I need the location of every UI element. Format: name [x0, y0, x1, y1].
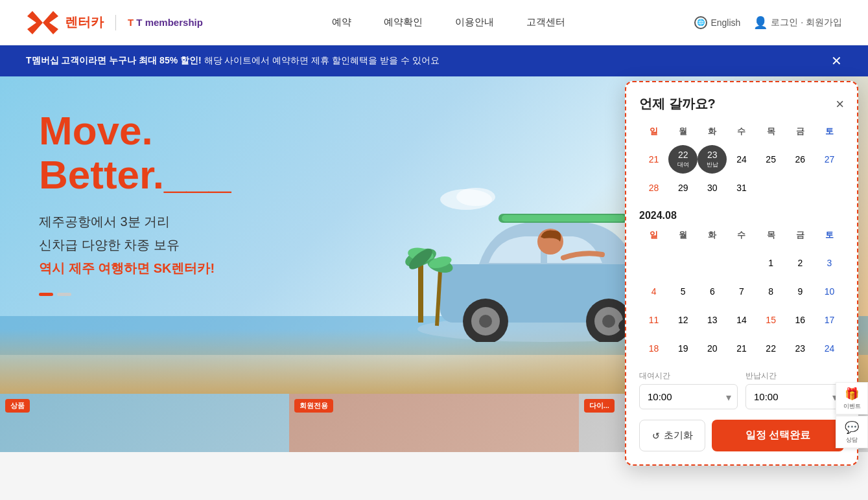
aug-cell-24[interactable]: 24	[815, 334, 844, 363]
language-button[interactable]: 🌐 English	[694, 16, 740, 29]
aug-cell-11[interactable]: 11	[639, 306, 668, 334]
rental-time-select[interactable]: 08:00 09:00 10:00 11:00 12:00	[639, 384, 738, 409]
month-label: 2024.08	[639, 210, 844, 222]
cal-cell-empty-2	[786, 174, 815, 202]
main-nav: 예약 예약확인 이용안내 고객센터	[332, 16, 565, 28]
hero-sub2: 신차급 다양한 차종 보유	[39, 233, 231, 256]
aug-cell-3[interactable]: 3	[815, 249, 844, 277]
modal-header: 언제 갈까요? ×	[639, 95, 844, 113]
cal-cell-25[interactable]: 25	[757, 145, 786, 174]
return-time-select[interactable]: 08:00 09:00 10:00 11:00 12:00	[745, 384, 844, 409]
hero-title-line1: Move.	[39, 109, 231, 153]
aug-cell-17[interactable]: 17	[815, 306, 844, 334]
day-header-sat: 토	[815, 123, 844, 140]
rental-time-label: 대여시간	[639, 370, 738, 381]
banner-highlight: T멤버십 고객이라면 누구나 최대 85% 할인!	[26, 55, 202, 65]
hero-sub3: 역시 제주 여행하면 SK렌터카!	[39, 256, 231, 280]
aug-day-mon: 월	[668, 227, 698, 244]
svg-rect-11	[502, 215, 625, 222]
aug-cell-12[interactable]: 12	[668, 306, 698, 334]
cal-cell-30[interactable]: 30	[698, 174, 727, 202]
confirm-button[interactable]: 일정 선택완료	[712, 420, 844, 451]
aug-cell-4[interactable]: 4	[639, 277, 668, 306]
return-time-wrapper: 08:00 09:00 10:00 11:00 12:00	[745, 384, 844, 409]
aug-cell-10[interactable]: 10	[815, 277, 844, 306]
nav-support[interactable]: 고객센터	[526, 16, 565, 28]
aug-cell-13[interactable]: 13	[698, 306, 727, 334]
aug-empty-1	[639, 249, 668, 277]
hero-subtitle: 제주공항에서 3분 거리 신차급 다양한 차종 보유 역시 제주 여행하면 SK…	[39, 210, 231, 280]
aug-day-wed: 수	[727, 227, 756, 244]
aug-cell-9[interactable]: 9	[786, 277, 815, 306]
aug-cell-2[interactable]: 2	[786, 249, 815, 277]
card-1[interactable]: 상품	[0, 394, 289, 452]
aug-cell-23[interactable]: 23	[786, 334, 815, 363]
aug-cell-15[interactable]: 15	[757, 306, 786, 334]
aug-cell-22[interactable]: 22	[757, 334, 786, 363]
promotion-banner: T멤버십 고객이라면 누구나 최대 85% 할인! 해당 사이트에서 예약하면 …	[0, 45, 868, 76]
date-picker-modal: 언제 갈까요? × 일 월 화 수 목 금 토 21 22대여 23반납 24 …	[625, 81, 858, 466]
event-sidebar-button[interactable]: 🎁 이벤트	[836, 382, 868, 415]
consult-sidebar-button[interactable]: 💬 상담	[836, 416, 868, 448]
aug-cell-20[interactable]: 20	[698, 334, 727, 363]
event-label: 이벤트	[843, 402, 861, 411]
reset-icon: ↺	[652, 431, 660, 441]
aug-empty-4	[727, 249, 756, 277]
cal-cell-29[interactable]: 29	[668, 174, 698, 202]
aug-cell-5[interactable]: 5	[668, 277, 698, 306]
hero-title: Move. Better.___	[39, 109, 231, 197]
hero-carousel-dots	[39, 293, 231, 296]
reset-label: 초기화	[664, 429, 693, 442]
aug-cell-18[interactable]: 18	[639, 334, 668, 363]
header-right: 🌐 English 👤 로그인 · 회원가입	[694, 16, 842, 30]
aug-cell-16[interactable]: 16	[786, 306, 815, 334]
dot-2[interactable]	[57, 293, 71, 296]
modal-close-button[interactable]: ×	[836, 96, 844, 113]
sidebar-right: 🎁 이벤트 💬 상담	[836, 382, 868, 448]
nav-guide[interactable]: 이용안내	[455, 16, 494, 28]
cal-cell-28[interactable]: 28	[639, 174, 668, 202]
logo: 렌터카 T T membership	[26, 6, 203, 40]
aug-cell-1[interactable]: 1	[757, 249, 786, 277]
cal-cell-31[interactable]: 31	[727, 174, 756, 202]
aug-cell-7[interactable]: 7	[727, 277, 756, 306]
login-button[interactable]: 👤 로그인 · 회원가입	[753, 16, 842, 30]
login-label: 로그인 · 회원가입	[771, 17, 842, 28]
card-badge-2: 회원전용	[294, 399, 333, 413]
aug-cell-8[interactable]: 8	[757, 277, 786, 306]
aug-cell-14[interactable]: 14	[727, 306, 756, 334]
card-2[interactable]: 회원전용	[289, 394, 578, 452]
time-section: 대여시간 08:00 09:00 10:00 11:00 12:00 반납시간 …	[639, 370, 844, 409]
nav-check[interactable]: 예약확인	[384, 16, 423, 28]
banner-text: T멤버십 고객이라면 누구나 최대 85% 할인! 해당 사이트에서 예약하면 …	[26, 55, 440, 67]
aug-day-fri: 금	[786, 227, 815, 244]
language-label: English	[710, 17, 740, 28]
aug-cell-19[interactable]: 19	[668, 334, 698, 363]
sk-logo-icon	[26, 6, 60, 40]
hero-sub1: 제주공항에서 3분 거리	[39, 210, 231, 233]
reset-button[interactable]: ↺ 초기화	[639, 420, 705, 451]
aug-cell-6[interactable]: 6	[698, 277, 727, 306]
rental-time-wrapper: 08:00 09:00 10:00 11:00 12:00	[639, 384, 738, 409]
day-header-thu: 목	[757, 123, 786, 140]
cal-cell-21[interactable]: 21	[639, 145, 668, 174]
cal-cell-23[interactable]: 23반납	[698, 145, 727, 174]
aug-cell-21[interactable]: 21	[727, 334, 756, 363]
cal-cell-22[interactable]: 22대여	[668, 145, 698, 174]
svg-point-6	[479, 315, 492, 328]
banner-close-button[interactable]: ✕	[831, 53, 842, 69]
dot-1[interactable]	[39, 293, 53, 296]
aug-day-sun: 일	[639, 227, 668, 244]
cal-cell-27[interactable]: 27	[815, 145, 844, 174]
day-header-mon: 월	[668, 123, 698, 140]
return-time-group: 반납시간 08:00 09:00 10:00 11:00 12:00	[745, 370, 844, 409]
gift-icon: 🎁	[845, 387, 859, 401]
cal-cell-empty-3	[815, 174, 844, 202]
hero-content: Move. Better.___ 제주공항에서 3분 거리 신차급 다양한 차종…	[39, 109, 231, 296]
day-header-fri: 금	[786, 123, 815, 140]
cal-cell-26[interactable]: 26	[786, 145, 815, 174]
nav-reservation[interactable]: 예약	[332, 16, 351, 28]
consult-label: 상담	[846, 436, 858, 444]
cal-cell-24[interactable]: 24	[727, 145, 756, 174]
svg-point-26	[456, 188, 495, 206]
